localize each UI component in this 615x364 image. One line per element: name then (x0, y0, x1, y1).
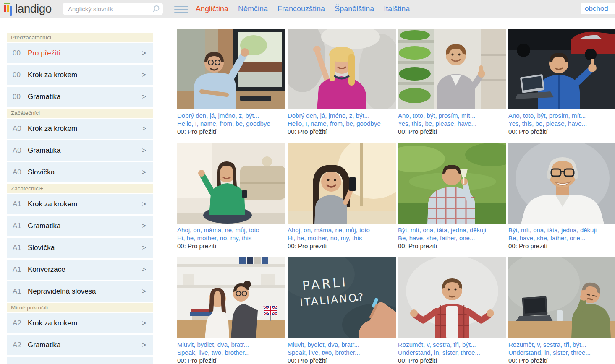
caption-english[interactable]: Speak, live, two, brother... (177, 348, 285, 356)
account-button-partial[interactable]: v (611, 3, 615, 14)
sidebar-item-00-gramatika[interactable]: 00 Gramatika > (7, 87, 153, 107)
sidebar-item-00-krok-za-krokem[interactable]: 00 Krok za krokem > (7, 65, 153, 85)
caption-english[interactable]: Be, have, she, father, one... (508, 234, 615, 242)
caption-english[interactable]: Hi, he, mother, no, my, this (177, 234, 285, 242)
card-caption: Dobrý den, já, jméno, z, být... Hello, I… (288, 112, 396, 135)
course-card[interactable]: Dobrý den, já, jméno, z, být... Hello, I… (288, 29, 396, 135)
level-code: A1 (13, 287, 28, 296)
photo-chalkboard-parli-italiano[interactable]: PARLI ITALIANO? (288, 257, 396, 338)
caption-english[interactable]: Yes, this, be, please, have... (398, 120, 506, 127)
card-caption: Mluvit, bydlet, dva, bratr... Speak, liv… (177, 341, 285, 364)
level-code: A1 (13, 222, 28, 230)
sidebar-item-a1-krok-za-krokem[interactable]: A1 Krok za krokem > (7, 194, 153, 214)
chevron-right-icon: > (142, 244, 146, 252)
nav-tab-french[interactable]: Francouzština (277, 5, 325, 13)
sidebar-item-a1-nepravidelna-slovesa[interactable]: A1 Nepravidelná slovesa > (7, 281, 153, 302)
caption-english[interactable]: Hello, I, name, from, be, goodbye (288, 120, 396, 127)
level-code: A0 (13, 168, 28, 177)
sidebar-item-label: Gramatika (28, 222, 60, 230)
caption-english[interactable]: Yes, this, be, please, have... (508, 120, 615, 127)
photo-blonde-woman-waving-street[interactable] (288, 29, 396, 109)
caption-czech[interactable]: Rozumět, v, sestra, tři, být... (508, 341, 615, 348)
logo[interactable]: landigo (3, 1, 52, 16)
caption-english[interactable]: Understand, in, sister, three... (508, 348, 615, 356)
sidebar-item-a2-krok-za-krokem[interactable]: A2 Krok za krokem > (7, 313, 153, 333)
caption-english[interactable]: Be, have, she, father, one... (398, 234, 506, 242)
level-code: A1 (13, 200, 28, 208)
card-caption: Mluvit, bydlet, dva, bratr... Speak, liv… (288, 341, 396, 364)
course-card[interactable]: Být, mít, ona, táta, jedna, děkuji Be, h… (398, 143, 506, 250)
photo-man-frustrated-at-laptop[interactable] (508, 257, 615, 338)
caption-czech[interactable]: Ahoj, on, máma, ne, můj, toto (177, 226, 285, 234)
course-card[interactable]: PARLI ITALIANO? Mluvit, bydlet, dva, bra… (288, 257, 396, 364)
caption-czech[interactable]: Dobrý den, já, jméno, z, být... (288, 112, 396, 120)
course-card[interactable]: Ahoj, on, máma, ne, můj, toto Hi, he, mo… (177, 143, 285, 250)
sidebar-item-a1-gramatika[interactable]: A1 Gramatika > (7, 216, 153, 236)
caption-level: 00: Pro přežití (288, 127, 396, 135)
card-caption: Být, mít, ona, táta, jedna, děkuji Be, h… (398, 226, 506, 250)
course-card[interactable]: Rozumět, v, sestra, tři, být... Understa… (398, 257, 506, 364)
photo-senior-man-smiling[interactable] (508, 143, 615, 224)
course-card[interactable]: Dobrý den, já, jméno, z, být... Hello, I… (177, 29, 285, 135)
nav-tab-german[interactable]: Němčina (238, 5, 268, 13)
sidebar: Předzačátečníci 00 Pro přežití > 00 Krok… (7, 33, 153, 364)
photo-two-women-studying-uk-flag[interactable] (177, 257, 285, 338)
level-code: A2 (13, 319, 28, 328)
caption-czech[interactable]: Ahoj, on, máma, ne, můj, toto (288, 226, 396, 234)
nav-tab-spanish[interactable]: Španělština (335, 5, 374, 13)
shop-button[interactable]: obchod (581, 3, 612, 14)
course-card[interactable]: Ano, toto, být, prosím, mít... Yes, this… (508, 29, 615, 135)
level-code: 00 (13, 93, 28, 101)
caption-czech[interactable]: Dobrý den, já, jméno, z, být... (177, 112, 285, 120)
course-card[interactable]: Být, mít, ona, táta, jedna, děkuji Be, h… (508, 143, 615, 250)
level-code: A0 (13, 146, 28, 155)
sidebar-section-lower-intermediate: Mírně pokročilí (7, 303, 153, 312)
nav-tab-italian[interactable]: Italština (384, 5, 410, 13)
level-code: A2 (13, 341, 28, 349)
caption-czech[interactable]: Ano, toto, být, prosím, mít... (508, 112, 615, 120)
course-card-grid: Dobrý den, já, jméno, z, být... Hello, I… (177, 29, 615, 364)
caption-czech[interactable]: Být, mít, ona, táta, jedna, děkuji (398, 226, 506, 234)
card-caption: Být, mít, ona, táta, jedna, děkuji Be, h… (508, 226, 615, 250)
caption-level: 00: Pro přežití (288, 356, 396, 364)
menu-icon[interactable] (174, 6, 188, 15)
sidebar-item-label: Krok za krokem (28, 125, 77, 133)
caption-czech[interactable]: Být, mít, ona, táta, jedna, děkuji (508, 226, 615, 234)
sidebar-item-a2-slovicka[interactable]: A2 Slovíčka > (7, 357, 153, 364)
photo-man-shrugging[interactable] (398, 257, 506, 338)
sidebar-item-a0-slovicka[interactable]: A0 Slovíčka > (7, 162, 153, 182)
photo-boy-thumbs-up-grocery[interactable] (398, 29, 506, 109)
search-input[interactable] (63, 3, 163, 15)
course-card[interactable]: Rozumět, v, sestra, tři, být... Understa… (508, 257, 615, 364)
caption-czech[interactable]: Ano, toto, být, prosím, mít... (398, 112, 506, 120)
search-icon[interactable] (152, 5, 160, 13)
photo-woman-waving-phone-on-floor[interactable] (177, 143, 285, 224)
sidebar-item-a1-konverzace[interactable]: A1 Konverzace > (7, 260, 153, 280)
sidebar-item-a2-gramatika[interactable]: A2 Gramatika > (7, 335, 153, 355)
logo-text: landigo (15, 1, 52, 16)
caption-level: 00: Pro přežití (398, 127, 506, 135)
chevron-right-icon: > (142, 93, 146, 101)
caption-czech[interactable]: Rozumět, v, sestra, tři, být... (398, 341, 506, 348)
sidebar-item-00-pro-preziti[interactable]: 00 Pro přežití > (7, 43, 153, 63)
caption-czech[interactable]: Mluvit, bydlet, dva, bratr... (177, 341, 285, 348)
caption-english[interactable]: Understand, in, sister, three... (398, 348, 506, 356)
caption-czech[interactable]: Mluvit, bydlet, dva, bratr... (288, 341, 396, 348)
photo-mechanic-thumbs-up-garage[interactable] (508, 29, 615, 109)
photo-man-waving-at-desk[interactable] (177, 29, 285, 109)
caption-english[interactable]: Hello, I, name, from, be, goodbye (177, 120, 285, 127)
photo-man-drinking-wine-vineyard[interactable] (398, 143, 506, 224)
sidebar-item-a0-krok-za-krokem[interactable]: A0 Krok za krokem > (7, 119, 153, 139)
sidebar-item-a0-gramatika[interactable]: A0 Gramatika > (7, 140, 153, 161)
caption-level: 00: Pro přežití (508, 127, 615, 135)
caption-english[interactable]: Hi, he, mother, no, my, this (288, 234, 396, 242)
course-card[interactable]: Ano, toto, být, prosím, mít... Yes, this… (398, 29, 506, 135)
photo-woman-videocall-phone-table[interactable] (288, 143, 396, 224)
sidebar-item-label: Krok za krokem (28, 319, 77, 328)
sidebar-item-a1-slovicka[interactable]: A1 Slovíčka > (7, 238, 153, 258)
sidebar-section-beginners-plus: Začátečníci+ (7, 184, 153, 193)
nav-tab-english[interactable]: Angličtina (196, 5, 228, 13)
caption-english[interactable]: Speak, live, two, brother... (288, 348, 396, 356)
course-card[interactable]: Mluvit, bydlet, dva, bratr... Speak, liv… (177, 257, 285, 364)
course-card[interactable]: Ahoj, on, máma, ne, můj, toto Hi, he, mo… (288, 143, 396, 250)
